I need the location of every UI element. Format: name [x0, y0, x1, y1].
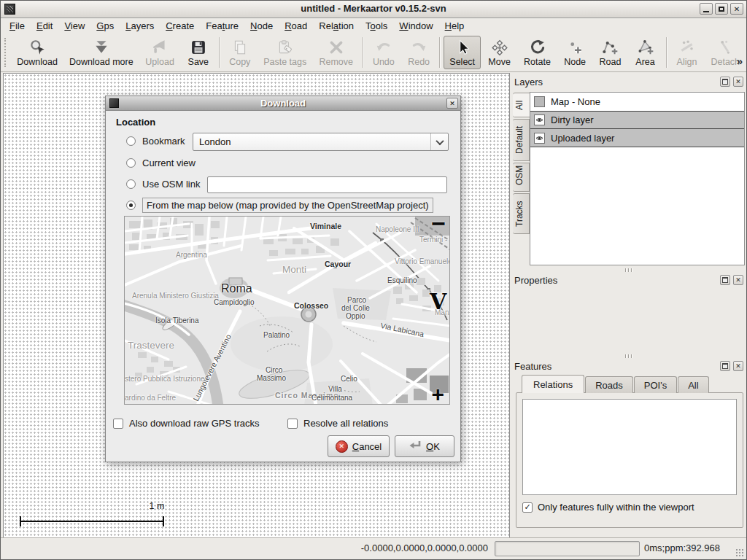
layers-float-button[interactable]	[720, 77, 730, 87]
redo-button[interactable]: Redo	[402, 36, 436, 69]
layers-panel-title: Layers	[514, 77, 543, 88]
save-button[interactable]: Save	[182, 36, 215, 69]
viewport-filter-checkbox[interactable]: ✓	[522, 502, 533, 513]
zoom-in-button[interactable]: +	[431, 384, 444, 405]
layer-row-uploaded[interactable]: Uploaded layer	[530, 129, 744, 147]
cancel-button[interactable]: ✕ Cancel	[328, 435, 390, 457]
remove-button[interactable]: Remove	[314, 36, 359, 69]
road-icon	[601, 39, 619, 56]
map-label: Arenula Ministero Giustizia	[132, 292, 219, 300]
select-button[interactable]: Select	[444, 36, 481, 69]
tab-pois[interactable]: POI's	[634, 376, 677, 393]
paste-tags-button[interactable]: Paste tags	[258, 36, 312, 69]
layer-visibility-checkbox[interactable]	[534, 96, 545, 107]
menu-view[interactable]: View	[58, 20, 90, 32]
resize-grip[interactable]	[736, 549, 744, 557]
features-close-button[interactable]: ✕	[733, 361, 743, 371]
combo-dropdown-button[interactable]	[430, 133, 448, 150]
dock-panels: Layers ✕ All Default OSM Tracks Map - No…	[511, 73, 746, 539]
align-button[interactable]: Align	[670, 36, 704, 69]
area-button[interactable]: Area	[629, 36, 662, 69]
menu-relation[interactable]: Relation	[313, 20, 360, 32]
map-preview[interactable]: Viminale Napoleone III Termini - La Arge…	[124, 216, 450, 405]
layer-list: Map - None Dirty layer Uploaded layer	[530, 92, 745, 265]
download-button[interactable]: Download	[12, 36, 63, 69]
dialog-close-button[interactable]: ✕	[446, 98, 458, 109]
progress-bar	[495, 541, 640, 556]
ok-button[interactable]: OK	[395, 435, 454, 457]
rotate-icon	[529, 39, 546, 56]
menu-node[interactable]: Node	[244, 20, 279, 32]
maximize-icon	[719, 7, 724, 12]
resolve-relations-option[interactable]: Resolve all relations	[287, 418, 388, 429]
current-view-radio[interactable]	[126, 158, 136, 168]
area-icon	[637, 39, 654, 56]
current-view-option[interactable]: Current view	[126, 158, 196, 168]
rotate-button[interactable]: Rotate	[518, 36, 557, 69]
dialog-titlebar[interactable]: Download ✕	[106, 96, 460, 111]
osm-link-option[interactable]: Use OSM link	[126, 179, 200, 190]
gps-tracks-option[interactable]: Also download raw GPS tracks	[113, 418, 259, 429]
upload-button[interactable]: Upload	[139, 36, 180, 69]
copy-button[interactable]: Copy	[223, 36, 257, 69]
layers-tab-default[interactable]: Default	[513, 119, 530, 161]
move-icon	[491, 39, 508, 56]
menu-layers[interactable]: Layers	[120, 20, 160, 32]
eye-icon[interactable]	[534, 114, 545, 125]
maximize-button[interactable]	[715, 3, 728, 15]
menu-gps[interactable]: Gps	[90, 20, 120, 32]
eye-icon[interactable]	[534, 133, 545, 144]
features-list[interactable]	[522, 399, 737, 495]
menu-edit[interactable]: Edit	[31, 20, 58, 32]
features-panel-title: Features	[514, 361, 551, 372]
layer-row-dirty[interactable]: Dirty layer	[530, 111, 744, 129]
minimize-button[interactable]	[700, 3, 713, 15]
viewport-filter-row[interactable]: ✓ Only features fully within the viewpor…	[522, 502, 737, 513]
tab-roads[interactable]: Roads	[585, 376, 633, 393]
ok-label: OK	[426, 441, 440, 452]
panel-splitter[interactable]	[513, 267, 743, 273]
layers-tab-osm[interactable]: OSM	[513, 163, 530, 192]
toolbar-drag-handle[interactable]	[4, 38, 9, 67]
menu-create[interactable]: Create	[160, 20, 200, 32]
from-map-radio[interactable]	[126, 201, 136, 210]
zoom-out-button[interactable]: −	[431, 216, 446, 236]
road-button[interactable]: Road	[593, 36, 627, 69]
bookmark-radio[interactable]	[126, 136, 136, 146]
menubar: File Edit View Gps Layers Create Feature…	[1, 18, 746, 33]
osm-link-input[interactable]	[207, 176, 447, 193]
osm-link-radio[interactable]	[126, 179, 136, 189]
layer-row-map[interactable]: Map - None	[530, 93, 744, 111]
undo-icon	[375, 39, 392, 56]
gps-tracks-checkbox[interactable]	[113, 419, 123, 429]
layers-tab-tracks[interactable]: Tracks	[513, 193, 530, 234]
features-float-button[interactable]	[720, 361, 730, 371]
map-label: Isola Tiberina	[155, 316, 198, 324]
resolve-relations-checkbox[interactable]	[287, 419, 298, 429]
node-button[interactable]: Node	[558, 36, 592, 69]
map-label: Massimo	[257, 374, 286, 382]
bookmark-select[interactable]: London	[193, 133, 449, 151]
menu-tools[interactable]: Tools	[360, 20, 393, 32]
properties-close-button[interactable]: ✕	[733, 275, 743, 285]
download-more-button[interactable]: Download more	[64, 36, 138, 69]
ok-icon	[409, 440, 422, 452]
layers-tab-all[interactable]: All	[513, 93, 530, 117]
toolbar-overflow-button[interactable]: »	[737, 55, 743, 67]
layers-close-button[interactable]: ✕	[733, 77, 743, 87]
menu-road[interactable]: Road	[279, 20, 313, 32]
tab-all[interactable]: All	[678, 376, 708, 393]
viewport-filter-label: Only features fully within the viewport	[538, 502, 694, 513]
undo-button[interactable]: Undo	[367, 36, 400, 69]
close-button[interactable]: ✕	[730, 3, 743, 15]
menu-window[interactable]: Window	[393, 20, 438, 32]
menu-feature[interactable]: Feature	[200, 20, 244, 32]
menu-help[interactable]: Help	[439, 20, 471, 32]
move-button[interactable]: Move	[482, 36, 516, 69]
panel-splitter[interactable]	[513, 353, 743, 359]
properties-float-button[interactable]	[720, 275, 730, 285]
bookmark-option[interactable]: Bookmark	[126, 136, 185, 147]
from-map-option[interactable]: From the map below (map provided by the …	[126, 198, 433, 213]
menu-file[interactable]: File	[4, 20, 31, 32]
tab-relations[interactable]: Relations	[522, 375, 584, 393]
